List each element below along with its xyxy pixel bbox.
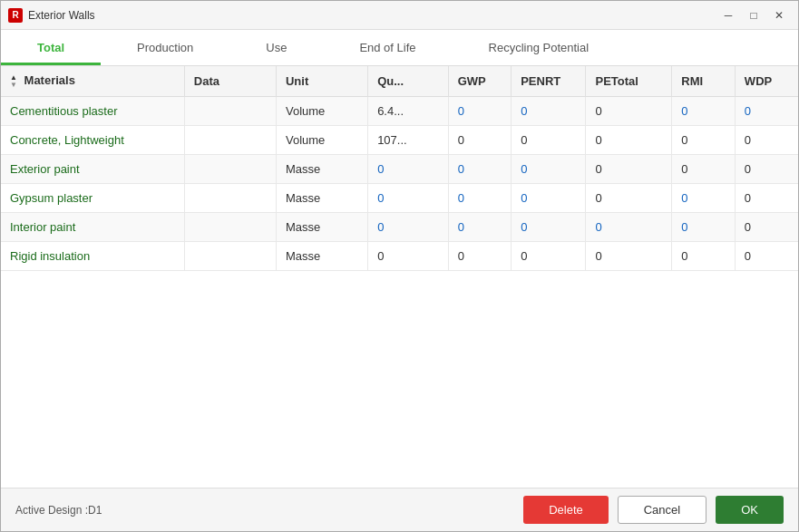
- cell-unit: Masse: [276, 154, 367, 183]
- ok-button[interactable]: OK: [716, 496, 784, 524]
- cell-rmi: 0: [672, 183, 736, 212]
- materials-table: ▲ ▼ Materials Data Unit Qu...: [1, 66, 798, 271]
- cell-petotal: 0: [586, 154, 672, 183]
- minimize-button[interactable]: ─: [716, 6, 740, 24]
- col-header-gwp: GWP: [448, 66, 512, 96]
- cell-petotal: 0: [586, 96, 672, 125]
- window-controls: ─ □ ✕: [716, 6, 791, 24]
- cell-wdp: 0: [735, 212, 798, 241]
- cell-penrt: 0: [512, 96, 586, 125]
- table-row[interactable]: Cementitious plasterVolume6.4...00000: [1, 96, 798, 125]
- cell-gwp: 0: [448, 154, 512, 183]
- cell-petotal: 0: [586, 212, 672, 241]
- cell-gwp: 0: [448, 125, 512, 154]
- cell-gwp: 0: [448, 241, 512, 270]
- col-header-data: Data: [184, 66, 276, 96]
- window-title: Exterior Walls: [28, 9, 716, 22]
- tab-recycling-potential[interactable]: Recycling Potential: [453, 30, 626, 65]
- cell-wdp: 0: [735, 241, 798, 270]
- cell-penrt: 0: [512, 212, 586, 241]
- col-header-wdp: WDP: [735, 66, 798, 96]
- tab-total[interactable]: Total: [1, 30, 101, 65]
- cell-unit: Volume: [276, 125, 367, 154]
- tab-production[interactable]: Production: [101, 30, 229, 65]
- cell-petotal: 0: [586, 183, 672, 212]
- table-container[interactable]: ▲ ▼ Materials Data Unit Qu...: [1, 66, 798, 488]
- cell-penrt: 0: [512, 125, 586, 154]
- cell-quantity: 0: [368, 154, 449, 183]
- active-design-label: Active Design :D1: [15, 504, 102, 517]
- maximize-button[interactable]: □: [742, 6, 765, 24]
- cell-material: Interior paint: [1, 212, 184, 241]
- cell-quantity: 0: [368, 241, 449, 270]
- cell-quantity: 0: [368, 183, 449, 212]
- col-header-penrt: PENRT: [512, 66, 586, 96]
- cell-petotal: 0: [586, 241, 672, 270]
- tab-use[interactable]: Use: [229, 30, 323, 65]
- cell-rmi: 0: [672, 212, 736, 241]
- cell-rmi: 0: [672, 241, 736, 270]
- col-header-petotal: PETotal: [586, 66, 672, 96]
- footer: Active Design :D1 Delete Cancel OK: [1, 488, 798, 531]
- cell-unit: Masse: [276, 212, 367, 241]
- cell-material: Concrete, Lightweight: [1, 125, 184, 154]
- cell-quantity: 0: [368, 212, 449, 241]
- footer-buttons: Delete Cancel OK: [523, 496, 784, 524]
- col-header-rmi: RMI: [672, 66, 736, 96]
- close-button[interactable]: ✕: [767, 6, 791, 24]
- table-header-row: ▲ ▼ Materials Data Unit Qu...: [1, 66, 798, 96]
- cell-gwp: 0: [448, 96, 512, 125]
- cell-wdp: 0: [735, 154, 798, 183]
- cell-penrt: 0: [512, 154, 586, 183]
- cell-wdp: 0: [735, 125, 798, 154]
- table-row[interactable]: Gypsum plasterMasse000000: [1, 183, 798, 212]
- cell-data: [184, 96, 276, 125]
- table-body: Cementitious plasterVolume6.4...00000Con…: [1, 96, 798, 270]
- title-bar: R Exterior Walls ─ □ ✕: [1, 1, 798, 30]
- cell-rmi: 0: [672, 125, 736, 154]
- cell-penrt: 0: [512, 241, 586, 270]
- cell-penrt: 0: [512, 183, 586, 212]
- tab-bar: Total Production Use End of Life Recycli…: [1, 30, 798, 66]
- cell-rmi: 0: [672, 154, 736, 183]
- col-header-quantity: Qu...: [368, 66, 449, 96]
- table-row[interactable]: Concrete, LightweightVolume107...00000: [1, 125, 798, 154]
- cell-wdp: 0: [735, 96, 798, 125]
- table-row[interactable]: Rigid insulationMasse000000: [1, 241, 798, 270]
- cell-unit: Masse: [276, 183, 367, 212]
- delete-button[interactable]: Delete: [523, 496, 609, 524]
- cell-wdp: 0: [735, 183, 798, 212]
- cell-unit: Masse: [276, 241, 367, 270]
- cell-data: [184, 241, 276, 270]
- cell-quantity: 6.4...: [368, 96, 449, 125]
- cell-data: [184, 154, 276, 183]
- cell-data: [184, 183, 276, 212]
- cell-gwp: 0: [448, 183, 512, 212]
- table-row[interactable]: Exterior paintMasse000000: [1, 154, 798, 183]
- cell-unit: Volume: [276, 96, 367, 125]
- cell-material: Rigid insulation: [1, 241, 184, 270]
- cancel-button[interactable]: Cancel: [618, 496, 706, 524]
- main-content: ▲ ▼ Materials Data Unit Qu...: [1, 66, 798, 488]
- cell-material: Exterior paint: [1, 154, 184, 183]
- cell-quantity: 107...: [368, 125, 449, 154]
- main-window: R Exterior Walls ─ □ ✕ Total Production …: [0, 0, 799, 532]
- sort-icon: ▲ ▼: [10, 74, 17, 89]
- cell-material: Cementitious plaster: [1, 96, 184, 125]
- cell-data: [184, 212, 276, 241]
- col-header-materials[interactable]: ▲ ▼ Materials: [1, 66, 184, 96]
- cell-material: Gypsum plaster: [1, 183, 184, 212]
- cell-rmi: 0: [672, 96, 736, 125]
- tab-end-of-life[interactable]: End of Life: [323, 30, 452, 65]
- table-row[interactable]: Interior paintMasse000000: [1, 212, 798, 241]
- cell-petotal: 0: [586, 125, 672, 154]
- app-icon: R: [8, 8, 23, 23]
- cell-data: [184, 125, 276, 154]
- col-header-unit: Unit: [276, 66, 367, 96]
- cell-gwp: 0: [448, 212, 512, 241]
